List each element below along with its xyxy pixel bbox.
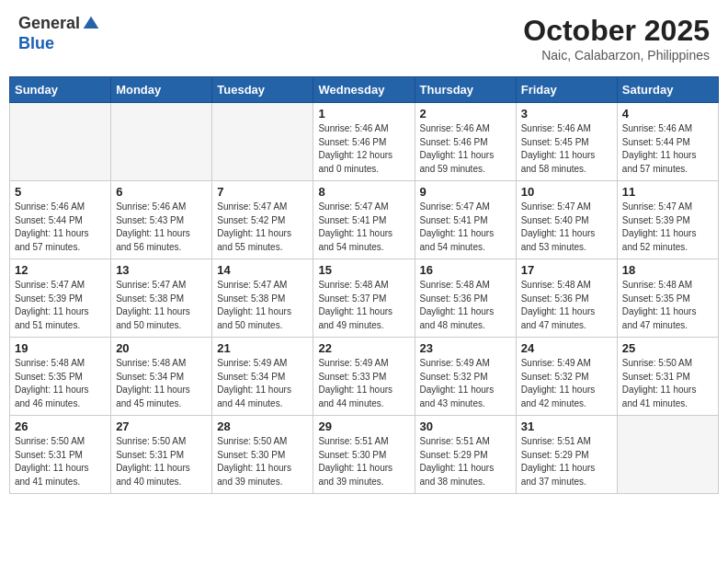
calendar-cell: 23Sunrise: 5:49 AMSunset: 5:32 PMDayligh… [415,338,516,416]
logo-icon [82,15,100,33]
page-header: General Blue October 2025 Naic, Calabarz… [9,9,719,67]
day-number: 15 [318,263,409,277]
calendar-cell: 31Sunrise: 5:51 AMSunset: 5:29 PMDayligh… [516,416,617,494]
day-info: Sunrise: 5:48 AMSunset: 5:34 PMDaylight:… [116,357,207,410]
day-info: Sunrise: 5:46 AMSunset: 5:45 PMDaylight:… [521,122,612,176]
day-info: Sunrise: 5:49 AMSunset: 5:34 PMDaylight:… [217,357,308,410]
week-row-2: 5Sunrise: 5:46 AMSunset: 5:44 PMDaylight… [10,181,719,259]
location-subtitle: Naic, Calabarzon, Philippines [523,48,710,63]
weekday-header-tuesday: Tuesday [212,77,313,103]
calendar-cell: 4Sunrise: 5:46 AMSunset: 5:44 PMDaylight… [617,103,718,181]
weekday-header-wednesday: Wednesday [313,77,415,103]
calendar-cell: 3Sunrise: 5:46 AMSunset: 5:45 PMDaylight… [516,103,617,181]
day-number: 27 [116,419,207,433]
calendar-cell: 21Sunrise: 5:49 AMSunset: 5:34 PMDayligh… [212,338,313,416]
day-number: 14 [217,263,308,277]
weekday-header-row: SundayMondayTuesdayWednesdayThursdayFrid… [10,77,719,103]
day-number: 21 [217,341,308,355]
svg-marker-0 [84,17,99,29]
day-info: Sunrise: 5:47 AMSunset: 5:39 PMDaylight:… [15,279,106,332]
day-info: Sunrise: 5:47 AMSunset: 5:38 PMDaylight:… [116,279,207,332]
day-info: Sunrise: 5:48 AMSunset: 5:36 PMDaylight:… [420,279,511,332]
day-number: 7 [217,185,308,199]
day-number: 23 [420,341,511,355]
day-info: Sunrise: 5:51 AMSunset: 5:29 PMDaylight:… [521,435,612,488]
week-row-3: 12Sunrise: 5:47 AMSunset: 5:39 PMDayligh… [10,259,719,338]
calendar-cell: 1Sunrise: 5:46 AMSunset: 5:46 PMDaylight… [313,103,415,181]
day-number: 12 [15,263,106,277]
weekday-header-saturday: Saturday [617,77,718,103]
calendar-cell: 6Sunrise: 5:46 AMSunset: 5:43 PMDaylight… [111,181,212,259]
calendar-cell: 11Sunrise: 5:47 AMSunset: 5:39 PMDayligh… [617,181,718,259]
day-info: Sunrise: 5:46 AMSunset: 5:44 PMDaylight:… [15,201,106,254]
calendar-cell: 19Sunrise: 5:48 AMSunset: 5:35 PMDayligh… [10,338,111,416]
calendar-cell: 20Sunrise: 5:48 AMSunset: 5:34 PMDayligh… [111,338,212,416]
day-info: Sunrise: 5:50 AMSunset: 5:30 PMDaylight:… [217,435,308,488]
day-number: 10 [521,185,612,199]
day-number: 20 [116,341,207,355]
day-number: 1 [318,107,409,121]
day-number: 17 [521,263,612,277]
title-block: October 2025 Naic, Calabarzon, Philippin… [523,14,710,63]
day-info: Sunrise: 5:51 AMSunset: 5:29 PMDaylight:… [420,435,511,488]
calendar-cell: 16Sunrise: 5:48 AMSunset: 5:36 PMDayligh… [415,259,516,338]
day-info: Sunrise: 5:47 AMSunset: 5:39 PMDaylight:… [622,201,713,254]
day-info: Sunrise: 5:49 AMSunset: 5:33 PMDaylight:… [318,357,409,410]
logo-general: General [18,14,80,32]
day-number: 24 [521,341,612,355]
day-number: 30 [420,419,511,433]
week-row-4: 19Sunrise: 5:48 AMSunset: 5:35 PMDayligh… [10,338,719,416]
calendar-cell: 17Sunrise: 5:48 AMSunset: 5:36 PMDayligh… [516,259,617,338]
calendar-cell [10,103,111,181]
month-title: October 2025 [523,14,710,48]
day-info: Sunrise: 5:49 AMSunset: 5:32 PMDaylight:… [420,357,511,410]
day-number: 2 [420,107,511,121]
day-number: 8 [318,185,409,199]
day-number: 9 [420,185,511,199]
day-info: Sunrise: 5:49 AMSunset: 5:32 PMDaylight:… [521,357,612,410]
calendar-cell: 30Sunrise: 5:51 AMSunset: 5:29 PMDayligh… [415,416,516,494]
day-info: Sunrise: 5:51 AMSunset: 5:30 PMDaylight:… [318,435,409,488]
week-row-5: 26Sunrise: 5:50 AMSunset: 5:31 PMDayligh… [10,416,719,494]
day-info: Sunrise: 5:47 AMSunset: 5:41 PMDaylight:… [318,201,409,254]
calendar-cell: 8Sunrise: 5:47 AMSunset: 5:41 PMDaylight… [313,181,415,259]
day-number: 29 [318,419,409,433]
day-number: 16 [420,263,511,277]
day-number: 28 [217,419,308,433]
day-number: 11 [622,185,713,199]
calendar-cell: 27Sunrise: 5:50 AMSunset: 5:31 PMDayligh… [111,416,212,494]
weekday-header-thursday: Thursday [415,77,516,103]
day-number: 19 [15,341,106,355]
calendar-cell [111,103,212,181]
day-info: Sunrise: 5:47 AMSunset: 5:40 PMDaylight:… [521,201,612,254]
day-info: Sunrise: 5:47 AMSunset: 5:41 PMDaylight:… [420,201,511,254]
day-number: 3 [521,107,612,121]
calendar-cell: 25Sunrise: 5:50 AMSunset: 5:31 PMDayligh… [617,338,718,416]
calendar-cell: 10Sunrise: 5:47 AMSunset: 5:40 PMDayligh… [516,181,617,259]
calendar-cell: 22Sunrise: 5:49 AMSunset: 5:33 PMDayligh… [313,338,415,416]
day-number: 5 [15,185,106,199]
calendar-cell [617,416,718,494]
calendar-cell: 14Sunrise: 5:47 AMSunset: 5:38 PMDayligh… [212,259,313,338]
day-number: 18 [622,263,713,277]
day-number: 31 [521,419,612,433]
weekday-header-sunday: Sunday [10,77,111,103]
day-info: Sunrise: 5:48 AMSunset: 5:35 PMDaylight:… [622,279,713,332]
day-info: Sunrise: 5:50 AMSunset: 5:31 PMDaylight:… [622,357,713,410]
day-info: Sunrise: 5:48 AMSunset: 5:37 PMDaylight:… [318,279,409,332]
day-info: Sunrise: 5:50 AMSunset: 5:31 PMDaylight:… [15,435,106,488]
logo: General Blue [18,14,100,53]
logo-blue: Blue [18,34,54,52]
day-number: 4 [622,107,713,121]
day-info: Sunrise: 5:46 AMSunset: 5:43 PMDaylight:… [116,201,207,254]
calendar-cell: 12Sunrise: 5:47 AMSunset: 5:39 PMDayligh… [10,259,111,338]
calendar-cell: 26Sunrise: 5:50 AMSunset: 5:31 PMDayligh… [10,416,111,494]
calendar-cell: 29Sunrise: 5:51 AMSunset: 5:30 PMDayligh… [313,416,415,494]
day-info: Sunrise: 5:48 AMSunset: 5:35 PMDaylight:… [15,357,106,410]
day-info: Sunrise: 5:48 AMSunset: 5:36 PMDaylight:… [521,279,612,332]
calendar-cell [212,103,313,181]
day-number: 6 [116,185,207,199]
weekday-header-friday: Friday [516,77,617,103]
day-number: 25 [622,341,713,355]
day-info: Sunrise: 5:46 AMSunset: 5:46 PMDaylight:… [420,122,511,176]
